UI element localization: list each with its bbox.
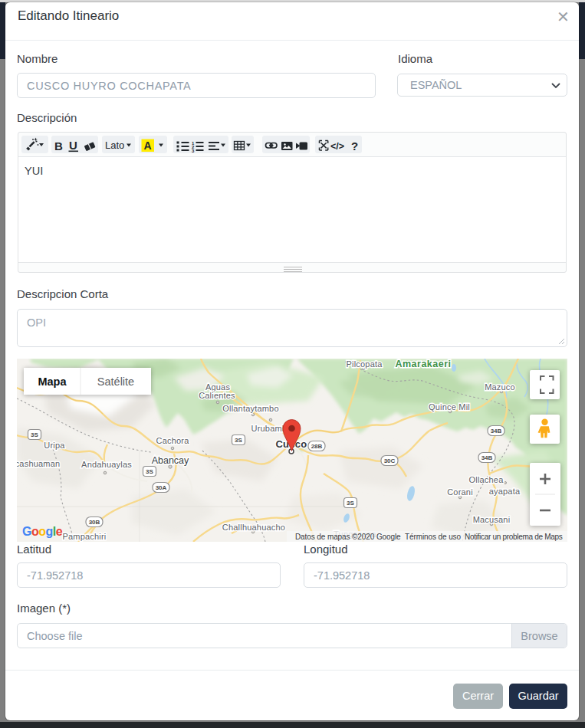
svg-text:ayapata: ayapata <box>489 487 521 496</box>
svg-text:30B: 30B <box>89 519 100 526</box>
svg-text:Ollachea: Ollachea <box>468 475 504 484</box>
svg-text:</>: </> <box>330 141 344 152</box>
svg-text:Calientes: Calientes <box>199 391 235 400</box>
svg-text:30C: 30C <box>384 457 396 464</box>
svg-text:Pilcopata: Pilcopata <box>346 359 383 369</box>
svg-text:Andahuaylas: Andahuaylas <box>81 460 132 469</box>
svg-text:30A: 30A <box>156 484 167 491</box>
svg-text:Pampachiri: Pampachiri <box>62 532 106 541</box>
svg-text:Términos de uso: Términos de uso <box>405 533 462 541</box>
svg-text:Ollantaytambo: Ollantaytambo <box>222 404 279 413</box>
svg-text:Macusani: Macusani <box>473 515 511 524</box>
svg-text:Amarakaeri: Amarakaeri <box>395 359 451 369</box>
svg-text:Cachora: Cachora <box>156 436 190 445</box>
svg-text:3S: 3S <box>31 431 38 438</box>
svg-text:?: ? <box>351 139 358 152</box>
svg-text:Google: Google <box>22 525 63 538</box>
svg-text:Abancay: Abancay <box>152 455 189 466</box>
svg-text:U: U <box>69 139 77 152</box>
svg-text:3S: 3S <box>235 437 242 444</box>
svg-text:34B: 34B <box>491 428 502 435</box>
svg-text:Lato: Lato <box>105 139 124 151</box>
svg-text:Mazuco: Mazuco <box>485 382 515 392</box>
svg-text:A: A <box>144 139 152 152</box>
svg-text:Corani: Corani <box>447 487 473 497</box>
svg-text:Satélite: Satélite <box>97 375 134 388</box>
svg-text:Datos de mapas ©2020 Google: Datos de mapas ©2020 Google <box>295 533 401 541</box>
svg-text:28B: 28B <box>311 443 323 450</box>
svg-text:3S: 3S <box>146 468 153 475</box>
svg-text:Mapa: Mapa <box>38 375 67 388</box>
svg-text:Uripa: Uripa <box>44 441 65 450</box>
svg-text:cashuaman: cashuaman <box>17 459 60 468</box>
svg-text:34B: 34B <box>481 454 493 461</box>
svg-text:Quince Mil: Quince Mil <box>429 402 470 412</box>
svg-text:B: B <box>54 139 63 152</box>
svg-text:Challhuahuacho: Challhuahuacho <box>222 523 285 532</box>
svg-text:3S: 3S <box>347 500 354 507</box>
svg-text:Notificar un problema de Maps: Notificar un problema de Maps <box>465 533 563 541</box>
